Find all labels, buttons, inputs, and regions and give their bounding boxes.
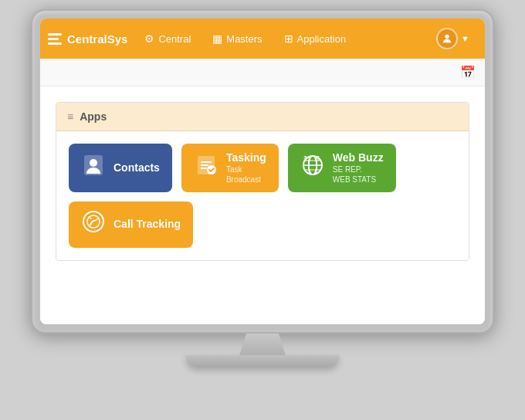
- webbuzz-tile-text: Web Buzz SE REP.WEB STATS: [333, 151, 384, 185]
- calltracking-tile-name: Call Tracking: [113, 218, 181, 231]
- nav-item-masters[interactable]: ▦ Masters: [203, 25, 271, 52]
- monitor-screen: CentralSys ⚙ Central ▦ Masters ⊞ Applica…: [40, 19, 485, 324]
- apps-header: ≡ Apps: [56, 103, 469, 131]
- calendar-icon[interactable]: 📅: [460, 65, 476, 80]
- webbuzz-tile-name: Web Buzz: [333, 151, 384, 164]
- navbar: CentralSys ⚙ Central ▦ Masters ⊞ Applica…: [40, 19, 485, 59]
- apps-header-icon: ≡: [67, 110, 73, 123]
- nav-item-masters-label: Masters: [226, 33, 262, 45]
- user-avatar: [436, 28, 458, 49]
- grid-icon: ⊞: [284, 32, 293, 45]
- contacts-tile-name: Contacts: [113, 161, 160, 174]
- svg-point-2: [90, 159, 97, 167]
- monitor-body: CentralSys ⚙ Central ▦ Masters ⊞ Applica…: [31, 9, 494, 334]
- app-tile-contacts[interactable]: Contacts: [69, 144, 172, 192]
- calltracking-icon: [81, 209, 106, 239]
- apps-grid: Contacts: [56, 131, 469, 260]
- user-dropdown-arrow: ▼: [461, 34, 469, 43]
- nav-item-application-label: Application: [297, 33, 347, 45]
- monitor-base: [185, 355, 340, 368]
- app-tile-webbuzz[interactable]: ₹ ₹ Web Buzz SE REP.WEB STATS: [288, 144, 396, 192]
- contacts-icon: [81, 153, 106, 183]
- app-tile-calltracking[interactable]: Call Tracking: [69, 202, 193, 248]
- user-menu[interactable]: ▼: [428, 23, 477, 54]
- nav-item-central-label: Central: [158, 33, 191, 45]
- contacts-tile-text: Contacts: [113, 161, 160, 174]
- svg-point-0: [445, 35, 449, 39]
- nav-item-application[interactable]: ⊞ Application: [275, 25, 356, 52]
- main-content: ≡ Apps: [40, 86, 485, 324]
- nav-brand[interactable]: CentralSys: [48, 32, 127, 46]
- tasking-tile-name: Tasking: [226, 151, 266, 164]
- apps-header-title: Apps: [80, 110, 107, 123]
- monitor-wrapper: CentralSys ⚙ Central ▦ Masters ⊞ Applica…: [23, 9, 502, 411]
- table-icon: ▦: [212, 32, 222, 45]
- webbuzz-icon: ₹ ₹: [300, 153, 325, 183]
- menu-icon: [48, 33, 62, 45]
- tasking-tile-sub: TaskBroadcast: [226, 164, 266, 185]
- tasking-tile-text: Tasking TaskBroadcast: [226, 151, 266, 185]
- toolbar: 📅: [40, 59, 485, 86]
- brand-name: CentralSys: [67, 32, 127, 46]
- apps-panel: ≡ Apps: [56, 102, 469, 261]
- svg-text:₹: ₹: [303, 155, 307, 162]
- app-tile-tasking[interactable]: Tasking TaskBroadcast: [181, 144, 279, 192]
- gear-icon: ⚙: [144, 32, 154, 45]
- svg-text:₹: ₹: [316, 155, 320, 162]
- nav-item-central[interactable]: ⚙ Central: [135, 25, 200, 52]
- webbuzz-tile-sub: SE REP.WEB STATS: [333, 164, 384, 185]
- calltracking-tile-text: Call Tracking: [113, 218, 181, 231]
- tasking-icon: [194, 153, 218, 183]
- monitor-neck: [239, 334, 286, 355]
